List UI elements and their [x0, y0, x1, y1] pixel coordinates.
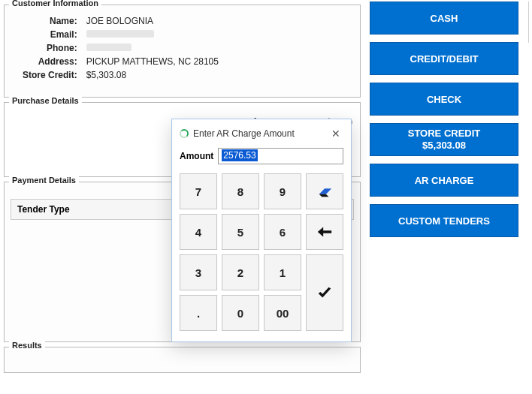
ar-charge-modal: Enter AR Charge Amount ✕ Amount 2576.53 … — [171, 119, 352, 342]
credit-debit-button[interactable]: CREDIT/DEBIT — [370, 42, 518, 75]
cash-label: CASH — [431, 13, 458, 24]
tender-panel: CASH CREDIT/DEBIT CHECK STORE CREDIT $5,… — [368, 2, 529, 245]
key-0[interactable]: 0 — [222, 295, 259, 331]
check-button[interactable]: CHECK — [370, 83, 518, 116]
label-name: Name: — [18, 14, 82, 28]
value-address: PICKUP MATTHEWS, NC 28105 — [82, 55, 223, 68]
check-icon — [316, 284, 333, 301]
key-8[interactable]: 8 — [222, 173, 259, 209]
key-6[interactable]: 6 — [264, 214, 301, 250]
key-5[interactable]: 5 — [222, 214, 259, 250]
key-3[interactable]: 3 — [180, 254, 217, 290]
results-title: Results — [9, 341, 45, 350]
arrow-left-icon — [316, 224, 333, 240]
store-credit-label: STORE CREDIT — [408, 128, 481, 140]
ar-charge-button[interactable]: AR CHARGE — [370, 164, 518, 197]
spinner-icon — [180, 129, 189, 138]
value-phone — [82, 41, 223, 55]
value-email — [82, 28, 223, 41]
custom-tenders-label: CUSTOM TENDERS — [398, 215, 490, 227]
label-address: Address: — [18, 55, 82, 68]
ar-charge-label: AR CHARGE — [415, 175, 474, 186]
svg-marker-1 — [319, 194, 329, 197]
confirm-button[interactable] — [306, 254, 343, 331]
customer-info-group: Customer Information Name: JOE BOLOGNIA … — [4, 5, 361, 98]
key-00[interactable]: 00 — [264, 295, 301, 331]
customer-table: Name: JOE BOLOGNIA Email: Phone: Address… — [18, 14, 223, 82]
label-phone: Phone: — [18, 41, 82, 55]
close-icon[interactable]: ✕ — [328, 128, 343, 140]
store-credit-amount: $5,303.08 — [422, 140, 466, 152]
value-store-credit: $5,303.08 — [82, 68, 223, 82]
check-label: CHECK — [427, 94, 461, 105]
custom-tenders-button[interactable]: CUSTOM TENDERS — [370, 204, 518, 237]
purchase-details-title: Purchase Details — [9, 96, 82, 105]
svg-marker-0 — [319, 188, 332, 194]
amount-value: 2576.53 — [222, 149, 257, 161]
amount-input[interactable]: 2576.53 — [218, 148, 343, 164]
eraser-icon — [316, 183, 333, 200]
key-7[interactable]: 7 — [180, 173, 217, 209]
label-email: Email: — [18, 28, 82, 41]
payment-details-title: Payment Details — [9, 176, 79, 185]
clear-button[interactable] — [306, 173, 343, 209]
divider — [528, 2, 529, 43]
results-group: Results — [4, 347, 361, 373]
amount-label: Amount — [180, 151, 213, 161]
backspace-button[interactable] — [306, 214, 343, 250]
customer-info-title: Customer Information — [9, 0, 101, 8]
value-name: JOE BOLOGNIA — [82, 14, 223, 28]
label-store-credit: Store Credit: — [18, 68, 82, 82]
key-2[interactable]: 2 — [222, 254, 259, 290]
key-9[interactable]: 9 — [264, 173, 301, 209]
modal-title-text: Enter AR Charge Amount — [193, 128, 295, 139]
credit-debit-label: CREDIT/DEBIT — [410, 53, 479, 65]
cash-button[interactable]: CASH — [370, 2, 518, 35]
key-dot[interactable]: . — [180, 295, 217, 331]
key-1[interactable]: 1 — [264, 254, 301, 290]
key-4[interactable]: 4 — [180, 214, 217, 250]
store-credit-button[interactable]: STORE CREDIT $5,303.08 — [370, 123, 518, 156]
keypad: 7 8 9 4 5 6 3 2 1 . 0 00 — [180, 173, 343, 331]
